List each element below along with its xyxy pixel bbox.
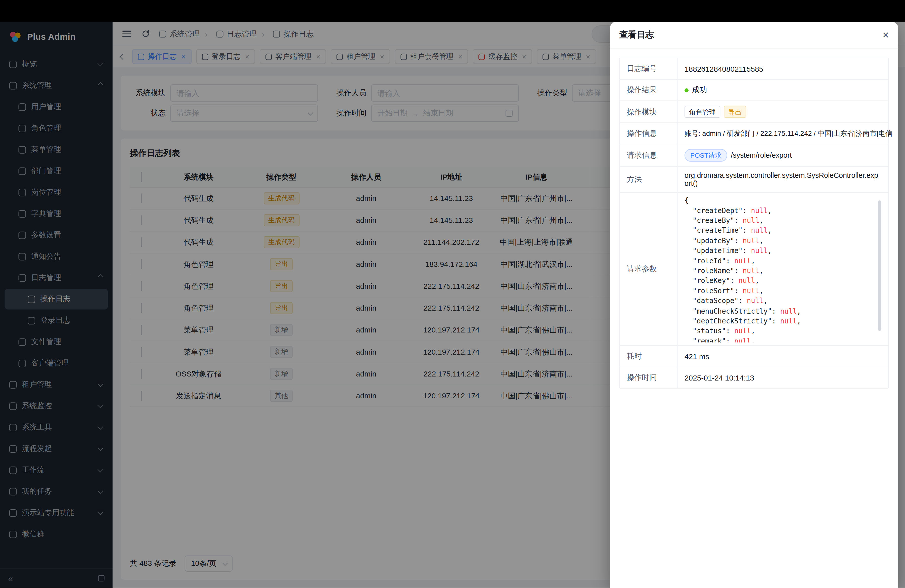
json-line: "roleSort": null, (684, 286, 881, 296)
drawer-header: 查看日志 (610, 22, 898, 49)
code-scrollbar-thumb[interactable] (878, 200, 881, 331)
json-open-brace: { (684, 196, 881, 206)
json-line: "roleName": null, (684, 266, 881, 276)
result-value: 成功 (692, 85, 707, 95)
module-tag: 角色管理 (684, 106, 720, 118)
json-line: "createTime": null, (684, 226, 881, 236)
log-id-value: 1882612840802115585 (678, 58, 888, 79)
json-line: "deptCheckStrictly": null, (684, 316, 881, 326)
detail-row-params: 请求参数 { "createDept": null, "createBy": n… (620, 193, 888, 346)
detail-row-log-id: 日志编号 1882612840802115585 (620, 58, 888, 80)
json-line: "status": null, (684, 326, 881, 337)
detail-row-result: 操作结果 成功 (620, 80, 888, 101)
success-dot-icon (684, 88, 689, 92)
drawer-title: 查看日志 (619, 29, 654, 40)
operation-time-value: 2025-01-24 10:14:13 (678, 367, 888, 388)
json-line: "createDept": null, (684, 206, 881, 216)
app-root: Plus Admin 概览 系统管理 (0, 22, 905, 588)
json-line: "updateBy": null, (684, 236, 881, 246)
close-icon[interactable] (882, 29, 889, 41)
json-line: "dataScope": null, (684, 296, 881, 306)
detail-row-time: 操作时间 2025-01-24 10:14:13 (620, 367, 888, 388)
method-value: org.dromara.system.controller.system.Sys… (684, 172, 881, 188)
json-line: "remark": null, (684, 337, 881, 343)
view-log-drawer: 查看日志 日志编号 1882612840802115585 操作结果 成功 (610, 22, 898, 588)
request-url-value: /system/role/export (731, 151, 792, 159)
duration-value: 421 ms (678, 346, 888, 367)
detail-row-request: 请求信息 POST请求 /system/role/export (620, 145, 888, 167)
drawer-body: 日志编号 1882612840802115585 操作结果 成功 操作模块 (610, 49, 898, 398)
json-line: "roleKey": null, (684, 276, 881, 286)
detail-row-method: 方法 org.dromara.system.controller.system.… (620, 167, 888, 193)
operation-info-value: 账号: admin / 研发部门 / 222.175.114.242 / 中国|… (684, 129, 892, 138)
window-chrome-bar (0, 0, 905, 22)
post-request-tag: POST请求 (684, 149, 727, 162)
request-params-code-block[interactable]: { "createDept": null, "createBy": null, … (684, 196, 881, 343)
detail-row-duration: 耗时 421 ms (620, 346, 888, 367)
json-line: "updateTime": null, (684, 246, 881, 256)
json-line: "createBy": null, (684, 216, 881, 226)
detail-row-module: 操作模块 角色管理 导出 (620, 101, 888, 123)
json-line: "roleId": null, (684, 256, 881, 266)
json-line: "menuCheckStrictly": null, (684, 306, 881, 316)
log-details-table: 日志编号 1882612840802115585 操作结果 成功 操作模块 (619, 58, 889, 389)
export-tag: 导出 (724, 106, 746, 118)
viewport: Plus Admin 概览 系统管理 (0, 0, 905, 588)
detail-row-info: 操作信息 账号: admin / 研发部门 / 222.175.114.242 … (620, 123, 888, 145)
